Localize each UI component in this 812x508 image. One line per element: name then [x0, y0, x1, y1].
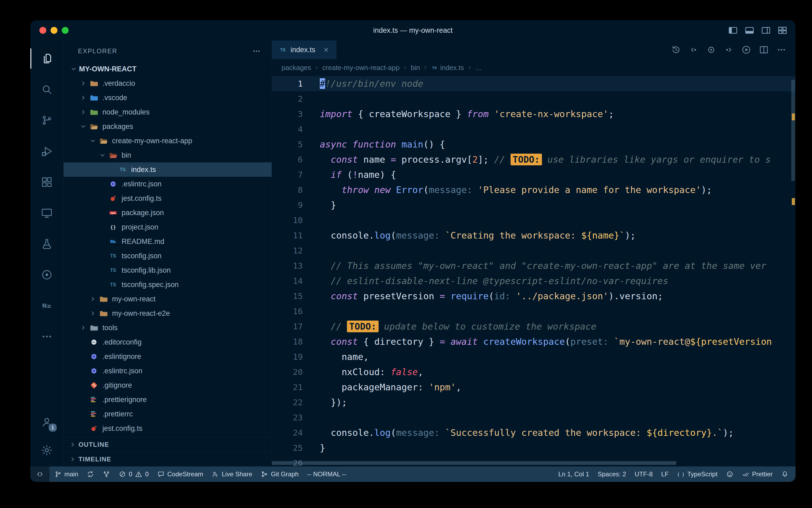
tree-item-my-own-react-e2e[interactable]: my-own-react-e2e [63, 306, 272, 321]
line-number[interactable]: 15 [272, 289, 303, 304]
line-number[interactable]: 8 [272, 182, 303, 198]
code-editor[interactable]: 1#!/usr/bin/env node23import { createWor… [272, 76, 796, 466]
zoom-button[interactable] [62, 27, 68, 34]
code-line-25[interactable]: 25} [272, 440, 796, 456]
line-number[interactable]: 17 [272, 319, 303, 334]
horizontal-scrollbar[interactable] [272, 461, 676, 465]
tree-item-package-json[interactable]: npmpackage.json [63, 206, 272, 220]
minimize-button[interactable] [51, 27, 57, 34]
tree-item-node-modules[interactable]: node_modules [63, 105, 272, 119]
code-line-content[interactable]: import { createWorkspace } from 'create-… [303, 107, 796, 122]
history-button[interactable] [671, 45, 681, 55]
code-line-10[interactable]: 10 [272, 213, 796, 228]
code-line-6[interactable]: 6 const name = process.argv[2]; // TODO:… [272, 152, 796, 167]
status-feedback[interactable] [722, 466, 738, 482]
activity-settings-button[interactable] [30, 436, 63, 464]
status-problems[interactable]: 00 [114, 466, 153, 482]
code-line-7[interactable]: 7 if (!name) { [272, 167, 796, 182]
activity-search-button[interactable] [30, 74, 63, 105]
breadcrumb-item-[interactable]: … [475, 64, 482, 72]
tree-item-tsconfig-lib-json[interactable]: TStsconfig.lib.json [63, 263, 272, 278]
code-line-content[interactable] [303, 91, 796, 107]
code-line-9[interactable]: 9 } [272, 198, 796, 213]
breadcrumb-item-packages[interactable]: packages [282, 64, 311, 72]
code-line-content[interactable]: } [303, 440, 796, 456]
tree-item-tsconfig-json[interactable]: TStsconfig.json [63, 249, 272, 263]
marker-next-button[interactable] [724, 45, 734, 55]
breadcrumb-item-create-my-own-react-app[interactable]: create-my-own-react-app [322, 64, 399, 72]
code-line-13[interactable]: 13 // This assumes "my-own-react" and "c… [272, 258, 796, 273]
code-line-content[interactable]: throw new Error(message: 'Please provide… [303, 182, 796, 198]
activity-accounts-button[interactable]: 1 [30, 408, 63, 436]
status-eol-sequence[interactable]: LF [657, 466, 673, 482]
tree-item-tsconfig-spec-json[interactable]: TStsconfig.spec.json [63, 278, 272, 292]
tree-item-editorconfig[interactable]: .editorconfig [63, 335, 272, 349]
line-number[interactable]: 25 [272, 440, 303, 456]
code-line-20[interactable]: 20 nxCloud: false, [272, 365, 796, 380]
code-line-11[interactable]: 11 console.log(message: `Creating the wo… [272, 228, 796, 243]
line-number[interactable]: 3 [272, 107, 303, 122]
activity-extensions-button[interactable] [30, 167, 63, 198]
code-line-content[interactable]: if (!name) { [303, 167, 796, 182]
layout-sidebar-right-button[interactable] [761, 25, 771, 35]
status-cursor-position[interactable]: Ln 1, Col 1 [554, 466, 593, 482]
code-line-content[interactable]: // eslint-disable-next-line @typescript-… [303, 273, 796, 289]
tree-item-jest-config-ts[interactable]: jest.config.ts [63, 421, 272, 435]
tree-item-jest-config-ts[interactable]: jest.config.ts [63, 191, 272, 206]
code-line-content[interactable]: }); [303, 395, 796, 410]
chevron-right-icon[interactable] [78, 323, 89, 333]
title-bar[interactable]: index.ts — my-own-react [30, 20, 796, 40]
code-line-content[interactable]: const name = process.argv[2]; // TODO: u… [303, 152, 796, 167]
outline-section-header[interactable]: OUTLINE [63, 437, 272, 452]
activity-explorer-button[interactable] [30, 43, 63, 74]
chevron-down-icon[interactable] [68, 64, 79, 74]
tree-item-vscode[interactable]: .vscode [63, 90, 272, 105]
tree-item-tools[interactable]: tools [63, 321, 272, 335]
tree-item-eslintrc-json[interactable]: .eslintrc.json [63, 177, 272, 191]
status-prettier[interactable]: Prettier [738, 466, 777, 482]
activity-remote-explorer-button[interactable] [30, 198, 63, 228]
code-line-content[interactable]: name, [303, 349, 796, 365]
code-line-content[interactable]: // This assumes "my-own-react" and "crea… [303, 258, 796, 273]
code-line-15[interactable]: 15 const presetVersion = require(id: '..… [272, 289, 796, 304]
line-number[interactable]: 12 [272, 243, 303, 258]
activity-nx-console-button[interactable]: N≥ [30, 290, 63, 321]
code-line-content[interactable] [303, 410, 796, 425]
chevron-right-icon[interactable] [78, 107, 89, 117]
tree-item-prettierignore[interactable]: .prettierignore [63, 392, 272, 407]
code-line-content[interactable]: } [303, 198, 796, 213]
line-number[interactable]: 1 [272, 76, 303, 91]
status-notifications[interactable] [777, 466, 796, 482]
line-number[interactable]: 14 [272, 273, 303, 289]
run-circle-button[interactable] [741, 45, 751, 55]
status-codestream[interactable]: CodeStream [153, 466, 207, 482]
code-line-content[interactable] [303, 213, 796, 228]
line-number[interactable]: 13 [272, 258, 303, 273]
line-number[interactable]: 4 [272, 122, 303, 137]
code-line-18[interactable]: 18 const { directory } = await createWor… [272, 334, 796, 349]
status-encoding[interactable]: UTF-8 [630, 466, 657, 482]
explorer-more-actions-button[interactable] [252, 47, 261, 56]
code-line-content[interactable]: console.log(message: `Creating the works… [303, 228, 796, 243]
tab-close-icon[interactable] [323, 46, 330, 53]
breadcrumb-item-bin[interactable]: bin [411, 64, 420, 72]
timeline-section-header[interactable]: TIMELINE [63, 452, 272, 466]
code-line-17[interactable]: 17 // TODO: update below to customize th… [272, 319, 796, 334]
chevron-right-icon[interactable] [78, 78, 89, 89]
line-number[interactable]: 16 [272, 304, 303, 319]
line-number[interactable]: 24 [272, 425, 303, 440]
tree-item-verdaccio[interactable]: .verdaccio [63, 76, 272, 90]
code-line-content[interactable]: const { directory } = await createWorksp… [303, 334, 796, 349]
activity-testing-button[interactable] [30, 228, 63, 259]
code-line-2[interactable]: 2 [272, 91, 796, 107]
more-button[interactable] [776, 45, 786, 55]
code-line-content[interactable]: nxCloud: false, [303, 365, 796, 380]
status-workflow[interactable] [98, 466, 114, 482]
code-line-19[interactable]: 19 name, [272, 349, 796, 365]
code-line-3[interactable]: 3import { createWorkspace } from 'create… [272, 107, 796, 122]
tree-item-my-own-react[interactable]: my-own-react [63, 292, 272, 306]
line-number[interactable]: 22 [272, 395, 303, 410]
chevron-right-icon[interactable] [88, 294, 98, 304]
status-language-mode[interactable]: { }TypeScript [673, 466, 722, 482]
code-line-1[interactable]: 1#!/usr/bin/env node [272, 76, 796, 91]
